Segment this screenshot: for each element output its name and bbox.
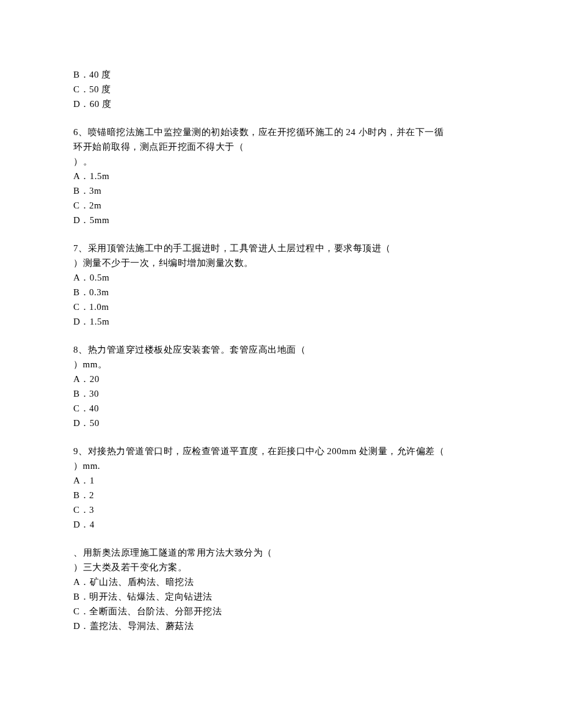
option-c: C．3 — [73, 502, 489, 517]
question-6: 6、喷锚暗挖法施工中监控量测的初始读数，应在开挖循环施工的 24 小时内，并在下… — [73, 125, 489, 227]
option-a: A．0.5m — [73, 270, 489, 285]
question-5-partial-options: B．40 度 C．50 度 D．60 度 — [73, 67, 489, 111]
option-b: B．明开法、钻爆法、定向钻进法 — [73, 589, 489, 604]
option-a: A．矿山法、盾构法、暗挖法 — [73, 575, 489, 589]
option-c: C．1.0m — [73, 300, 489, 314]
option-b: B．30 — [73, 386, 489, 401]
option-b: B．3m — [73, 183, 489, 198]
option-c: C．2m — [73, 198, 489, 213]
option-c: C．50 度 — [73, 82, 489, 97]
question-8: 8、热力管道穿过楼板处应安装套管。套管应高出地面（ ）mm。 A．20 B．30… — [73, 342, 489, 430]
question-stem-line: ）测量不少于一次，纠编时增加测量次数。 — [73, 256, 489, 270]
question-stem-line: 、用新奥法原理施工隧道的常用方法大致分为（ — [73, 545, 489, 560]
option-b: B．2 — [73, 488, 489, 502]
question-7: 7、采用顶管法施工中的手工掘进时，工具管进人土层过程中，要求每顶进（ ）测量不少… — [73, 241, 489, 329]
question-10: 、用新奥法原理施工隧道的常用方法大致分为（ ）三大类及若干变化方案。 A．矿山法… — [73, 545, 489, 633]
option-d: D．60 度 — [73, 97, 489, 111]
question-stem-line: ）mm。 — [73, 357, 489, 372]
option-d: D．4 — [73, 517, 489, 532]
option-a: A．1 — [73, 473, 489, 488]
document-page: B．40 度 C．50 度 D．60 度 6、喷锚暗挖法施工中监控量测的初始读数… — [0, 0, 562, 728]
option-d: D．5mm — [73, 213, 489, 227]
question-stem-line: 9、对接热力管道管口时，应检查管道平直度，在距接口中心 200mm 处测量，允许… — [73, 444, 489, 458]
option-b: B．0.3m — [73, 285, 489, 300]
question-stem-line: ）三大类及若干变化方案。 — [73, 560, 489, 575]
question-stem-line: 7、采用顶管法施工中的手工掘进时，工具管进人土层过程中，要求每顶进（ — [73, 241, 489, 256]
option-a: A．20 — [73, 372, 489, 386]
question-stem-line: 8、热力管道穿过楼板处应安装套管。套管应高出地面（ — [73, 342, 489, 357]
question-9: 9、对接热力管道管口时，应检查管道平直度，在距接口中心 200mm 处测量，允许… — [73, 444, 489, 532]
option-c: C．全断面法、台阶法、分部开挖法 — [73, 604, 489, 619]
question-stem-line: ）mm. — [73, 458, 489, 473]
option-a: A．1.5m — [73, 169, 489, 183]
question-stem-line: 环开始前取得，测点距开挖面不得大于（ — [73, 139, 489, 154]
question-stem-line: 6、喷锚暗挖法施工中监控量测的初始读数，应在开挖循环施工的 24 小时内，并在下… — [73, 125, 489, 139]
option-d: D．1.5m — [73, 314, 489, 329]
option-b: B．40 度 — [73, 67, 489, 82]
option-d: D．盖挖法、导洞法、蘑菇法 — [73, 619, 489, 633]
question-stem-line: ）。 — [73, 154, 489, 169]
option-c: C．40 — [73, 401, 489, 416]
option-d: D．50 — [73, 416, 489, 430]
